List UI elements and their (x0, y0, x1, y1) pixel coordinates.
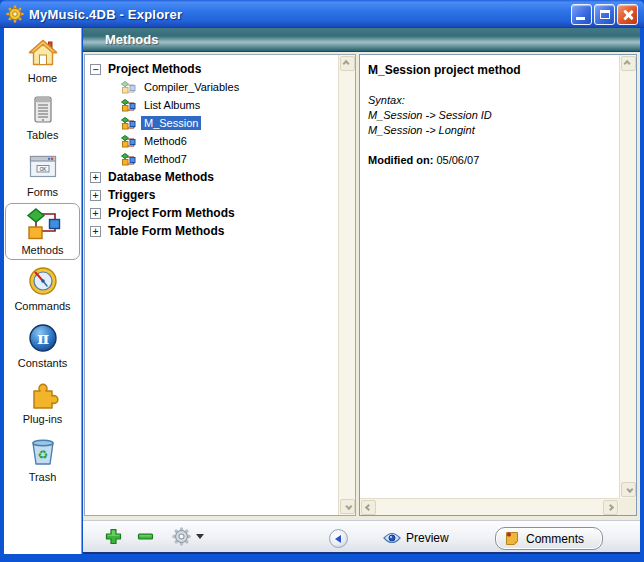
sidebar-item-tables[interactable]: Tables (4, 89, 81, 146)
collapse-panel-button[interactable] (329, 529, 348, 548)
preview-toggle[interactable]: Preview (383, 521, 449, 555)
bottom-toolbar: Preview Comments (83, 520, 640, 554)
tree-group-project-form-methods[interactable]: + Project Form Methods (90, 204, 337, 222)
constants-icon: π (27, 322, 59, 354)
svg-text:π: π (37, 329, 49, 348)
trash-icon: ♻ (27, 436, 59, 468)
chevron-down-icon (626, 486, 633, 493)
scroll-right-button[interactable] (603, 500, 618, 515)
minimize-button[interactable] (571, 4, 592, 25)
sidebar-item-methods[interactable]: Methods (5, 203, 80, 260)
comments-label: Comments (526, 532, 584, 546)
scroll-down-button[interactable] (340, 499, 355, 514)
page-title: Methods (105, 32, 158, 47)
home-icon (27, 37, 59, 69)
window-title: MyMusic.4DB - Explorer (29, 7, 182, 22)
detail-vertical-scrollbar[interactable] (619, 55, 636, 498)
section-header: Methods (83, 28, 640, 52)
maximize-button[interactable] (594, 4, 615, 25)
scroll-down-button[interactable] (621, 482, 636, 497)
modified-on-row: Modified on: 05/06/07 (368, 154, 610, 166)
modified-on-label: Modified on: (368, 154, 433, 166)
close-icon (618, 5, 637, 24)
selected-tree-item-label: M_Session (141, 116, 201, 130)
tree-item-compiler-variables[interactable]: Compiler_Variables (90, 78, 337, 96)
scrollbar-corner (619, 498, 636, 515)
scroll-left-button[interactable] (361, 500, 376, 515)
sidebar-item-forms[interactable]: OK Forms (4, 146, 81, 203)
remove-method-button[interactable] (137, 528, 154, 545)
sidebar-item-commands[interactable]: Commands (4, 260, 81, 317)
comments-button[interactable]: Comments (495, 527, 603, 550)
methods-tree-panel: − Project Methods Compiler_Variables (84, 54, 356, 516)
syntax-line: M_Session -> Longint (368, 123, 610, 138)
minus-icon (137, 528, 154, 545)
sidebar-item-plugins[interactable]: Plug-ins (4, 374, 81, 431)
syntax-label: Syntax: (368, 93, 610, 108)
tables-icon (28, 94, 58, 126)
tree-group-triggers[interactable]: + Triggers (90, 186, 337, 204)
tree-group-table-form-methods[interactable]: + Table Form Methods (90, 222, 337, 240)
arrow-left-icon (335, 535, 341, 543)
main-region: − Project Methods Compiler_Variables (83, 52, 640, 520)
detail-horizontal-scrollbar[interactable] (360, 498, 619, 515)
eye-icon (383, 532, 401, 544)
app-icon (6, 5, 24, 23)
chevron-down-icon (345, 503, 352, 510)
expand-toggle-icon[interactable]: + (90, 208, 101, 219)
sidebar-item-label: Plug-ins (23, 413, 63, 425)
scroll-up-button[interactable] (621, 56, 636, 71)
tree-group-project-methods[interactable]: − Project Methods (90, 60, 337, 78)
method-icon (121, 81, 136, 94)
method-detail-content: M_Session project method Syntax: M_Sessi… (360, 55, 618, 497)
method-icon (121, 153, 136, 166)
tree-item-list-albums[interactable]: List Albums (90, 96, 337, 114)
commands-icon (27, 265, 59, 297)
scroll-up-button[interactable] (340, 56, 355, 71)
syntax-line: M_Session -> Session ID (368, 108, 610, 123)
tree-item-method7[interactable]: Method7 (90, 150, 337, 168)
sidebar: Home Tables OK Forms (4, 28, 82, 554)
sidebar-item-home[interactable]: Home (4, 32, 81, 89)
modified-on-value: 05/06/07 (436, 154, 479, 166)
preview-label: Preview (406, 531, 449, 545)
sidebar-item-label: Methods (21, 244, 63, 256)
tree-item-method6[interactable]: Method6 (90, 132, 337, 150)
close-button[interactable] (617, 4, 638, 25)
sidebar-item-trash[interactable]: ♻ Trash (4, 431, 81, 488)
tree-item-m-session[interactable]: M_Session (90, 114, 337, 132)
expand-toggle-icon[interactable]: + (90, 172, 101, 183)
maximize-icon (600, 10, 610, 19)
plus-icon (105, 528, 122, 545)
expand-toggle-icon[interactable]: + (90, 226, 101, 237)
method-icon (121, 99, 136, 112)
svg-text:♻: ♻ (37, 448, 48, 462)
tree-scrollbar[interactable] (338, 55, 355, 515)
chevron-left-icon (365, 504, 372, 511)
methods-icon (25, 207, 61, 241)
forms-icon: OK (26, 151, 60, 183)
methods-tree: − Project Methods Compiler_Variables (85, 55, 337, 515)
chevron-up-icon (624, 60, 631, 67)
sidebar-item-label: Trash (29, 471, 57, 483)
sidebar-item-label: Home (28, 72, 57, 84)
method-detail-panel: M_Session project method Syntax: M_Sessi… (359, 54, 637, 516)
tree-group-database-methods[interactable]: + Database Methods (90, 168, 337, 186)
note-icon (505, 531, 519, 546)
method-detail-title: M_Session project method (368, 63, 610, 77)
method-icon (121, 117, 136, 130)
gear-icon (172, 527, 191, 546)
dropdown-arrow-icon (196, 534, 204, 539)
collapse-toggle-icon[interactable]: − (90, 64, 101, 75)
title-bar: MyMusic.4DB - Explorer (0, 0, 644, 28)
options-menu-button[interactable] (172, 527, 204, 546)
plugins-icon (27, 380, 59, 410)
add-method-button[interactable] (105, 528, 122, 545)
sidebar-item-label: Tables (27, 129, 59, 141)
sidebar-item-label: Constants (18, 357, 68, 369)
sidebar-item-label: Forms (27, 186, 58, 198)
sidebar-item-constants[interactable]: π Constants (4, 317, 81, 374)
svg-text:OK: OK (39, 167, 47, 172)
expand-toggle-icon[interactable]: + (90, 190, 101, 201)
sidebar-item-label: Commands (14, 300, 70, 312)
